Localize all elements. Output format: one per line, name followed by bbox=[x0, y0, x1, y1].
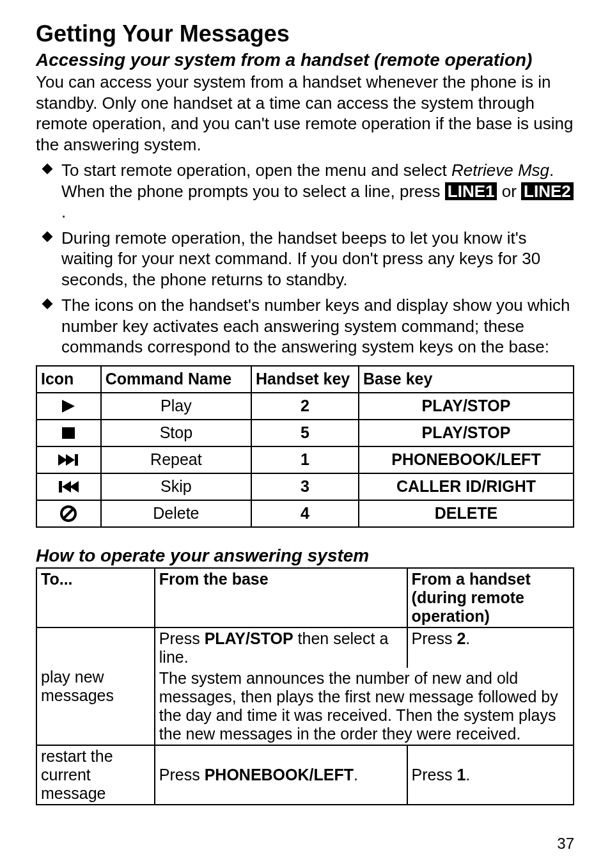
table-header-row: To... From the base From a handset (duri… bbox=[36, 568, 574, 627]
line1-label: LINE1 bbox=[445, 182, 497, 201]
table-header-row: Icon Command Name Handset key Base key bbox=[36, 366, 574, 393]
skip-forward-icon bbox=[36, 446, 101, 473]
bullet-1-text-pre: To start remote operation, open the menu… bbox=[61, 161, 451, 180]
table-row: Skip 3 CALLER ID/RIGHT bbox=[36, 473, 574, 500]
handset-play-pre: Press bbox=[412, 629, 457, 647]
hkey-skip: 3 bbox=[251, 473, 359, 500]
hkey-repeat: 1 bbox=[251, 446, 359, 473]
svg-rect-1 bbox=[62, 427, 75, 439]
to-restart: restart the current message bbox=[36, 745, 155, 805]
cmd-stop: Stop bbox=[101, 420, 251, 446]
svg-rect-4 bbox=[75, 454, 78, 466]
commands-table: Icon Command Name Handset key Base key P… bbox=[36, 365, 574, 528]
svg-marker-3 bbox=[66, 454, 75, 466]
page: Getting Your Messages Accessing your sys… bbox=[0, 0, 610, 868]
th-handset: From a handset (during remote operation) bbox=[407, 568, 574, 627]
handset-play-new: Press 2. bbox=[407, 627, 574, 668]
bullet-1-end: . bbox=[61, 202, 66, 221]
handset-restart-post: . bbox=[465, 766, 470, 784]
th-command: Command Name bbox=[101, 366, 251, 393]
bullet-2: During remote operation, the handset bee… bbox=[36, 228, 574, 290]
bkey-play: PLAY/STOP bbox=[359, 393, 574, 420]
handset-play-key: 2 bbox=[457, 629, 465, 647]
hkey-play: 2 bbox=[251, 393, 359, 420]
hkey-stop: 5 bbox=[251, 420, 359, 446]
hkey-delete: 4 bbox=[251, 500, 359, 527]
section-accessing-intro: You can access your system from a handse… bbox=[36, 72, 574, 155]
bkey-delete: DELETE bbox=[359, 500, 574, 527]
table-row: play new messages Press PLAY/STOP then s… bbox=[36, 627, 574, 668]
cmd-repeat: Repeat bbox=[101, 446, 251, 473]
table-row: Delete 4 DELETE bbox=[36, 500, 574, 527]
page-number: 37 bbox=[557, 835, 574, 853]
cmd-delete: Delete bbox=[101, 500, 251, 527]
base-restart-post: . bbox=[354, 766, 358, 784]
handset-restart-key: 1 bbox=[457, 766, 465, 784]
handset-restart: Press 1. bbox=[407, 745, 574, 805]
th-base-key: Base key bbox=[359, 366, 574, 393]
table-row: Play 2 PLAY/STOP bbox=[36, 393, 574, 420]
diamond-icon bbox=[42, 231, 53, 242]
th-icon: Icon bbox=[36, 366, 101, 393]
section-accessing-title: Accessing your system from a handset (re… bbox=[36, 50, 574, 70]
diamond-icon bbox=[42, 299, 53, 310]
svg-marker-2 bbox=[58, 454, 67, 466]
cmd-skip: Skip bbox=[101, 473, 251, 500]
bkey-repeat: PHONEBOOK/LEFT bbox=[359, 446, 574, 473]
section-operate-title: How to operate your answering system bbox=[36, 546, 574, 566]
handset-play-post: . bbox=[465, 629, 470, 647]
base-play-new: Press PLAY/STOP then select a line. bbox=[155, 627, 407, 668]
stop-icon bbox=[36, 420, 101, 446]
table-row: Repeat 1 PHONEBOOK/LEFT bbox=[36, 446, 574, 473]
base-restart-key: PHONEBOOK/LEFT bbox=[205, 766, 354, 784]
table-row: Stop 5 PLAY/STOP bbox=[36, 420, 574, 446]
th-to: To... bbox=[36, 568, 155, 627]
no-circle-icon bbox=[36, 500, 101, 527]
bullet-3-text: The icons on the handset's number keys a… bbox=[61, 296, 570, 356]
line2-label: LINE2 bbox=[521, 182, 574, 201]
handset-restart-pre: Press bbox=[412, 766, 457, 784]
play-new-shared-text: The system announces the number of new a… bbox=[155, 668, 574, 745]
bullet-3: The icons on the handset's number keys a… bbox=[36, 295, 574, 358]
base-play-key: PLAY/STOP bbox=[205, 629, 293, 647]
svg-rect-5 bbox=[59, 481, 62, 493]
skip-back-icon bbox=[36, 473, 101, 500]
operate-table: To... From the base From a handset (duri… bbox=[36, 567, 574, 805]
bkey-skip: CALLER ID/RIGHT bbox=[359, 473, 574, 500]
bkey-stop: PLAY/STOP bbox=[359, 420, 574, 446]
base-restart-pre: Press bbox=[159, 766, 205, 784]
table-row: restart the current message Press PHONEB… bbox=[36, 745, 574, 805]
base-restart: Press PHONEBOOK/LEFT. bbox=[155, 745, 407, 805]
base-play-pre: Press bbox=[159, 629, 205, 647]
bullet-1-or: or bbox=[497, 182, 521, 201]
bullet-1-italic: Retrieve Msg bbox=[451, 161, 549, 180]
svg-line-9 bbox=[63, 509, 74, 519]
svg-marker-6 bbox=[62, 481, 71, 493]
svg-marker-0 bbox=[62, 400, 75, 413]
page-title: Getting Your Messages bbox=[36, 20, 574, 47]
to-play-new: play new messages bbox=[36, 627, 155, 745]
bullet-1: To start remote operation, open the menu… bbox=[36, 160, 574, 223]
diamond-icon bbox=[42, 164, 53, 175]
cmd-play: Play bbox=[101, 393, 251, 420]
svg-marker-7 bbox=[70, 481, 79, 493]
remote-operation-bullets: To start remote operation, open the menu… bbox=[36, 160, 574, 358]
th-base: From the base bbox=[155, 568, 407, 627]
bullet-2-text: During remote operation, the handset bee… bbox=[61, 228, 540, 289]
play-icon bbox=[36, 393, 101, 420]
th-handset-key: Handset key bbox=[251, 366, 359, 393]
